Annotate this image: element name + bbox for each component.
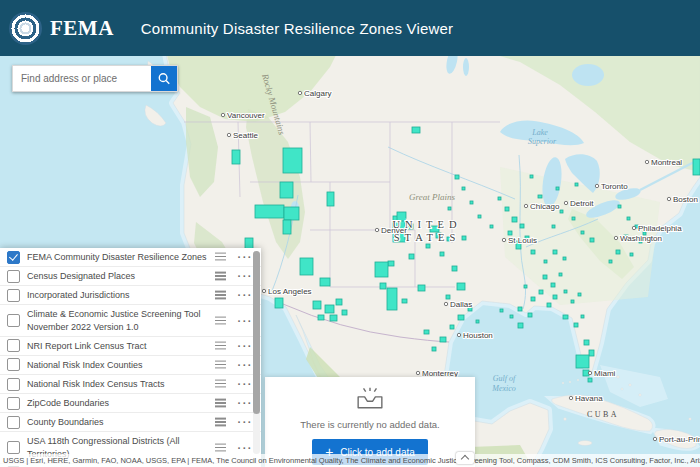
resilience-zone[interactable] [578, 293, 581, 296]
resilience-zone[interactable] [440, 337, 446, 342]
layer-options-button[interactable]: ··· [238, 317, 254, 325]
resilience-zone[interactable] [462, 236, 466, 240]
resilience-zone[interactable] [498, 197, 501, 200]
resilience-zone[interactable] [325, 305, 334, 313]
resilience-zone[interactable] [327, 192, 334, 206]
resilience-zone[interactable] [426, 244, 430, 248]
layer-options-button[interactable]: ··· [238, 272, 254, 280]
layer-checkbox[interactable] [7, 251, 20, 264]
resilience-zone[interactable] [539, 290, 543, 294]
resilience-zone[interactable] [380, 283, 386, 289]
layer-checkbox[interactable] [7, 416, 20, 429]
resilience-zone[interactable] [330, 315, 337, 321]
resilience-zone[interactable] [618, 205, 621, 208]
resilience-zone[interactable] [556, 187, 559, 190]
resilience-zone[interactable] [375, 262, 388, 277]
legend-icon[interactable] [215, 271, 227, 281]
resilience-zone[interactable] [402, 299, 407, 303]
resilience-zone[interactable] [581, 231, 584, 234]
layer-checkbox[interactable] [7, 289, 20, 302]
resilience-zone[interactable] [575, 183, 578, 186]
resilience-zone[interactable] [630, 253, 633, 256]
resilience-zone[interactable] [300, 258, 313, 275]
resilience-zone[interactable] [564, 290, 567, 293]
layer-checkbox[interactable] [7, 270, 20, 283]
resilience-zone[interactable] [553, 250, 557, 254]
layer-options-button[interactable]: ··· [238, 291, 254, 299]
resilience-zone[interactable] [553, 295, 557, 299]
legend-icon[interactable] [215, 360, 227, 370]
scrollbar-thumb[interactable] [253, 251, 260, 414]
resilience-zone[interactable] [528, 313, 532, 317]
resilience-zone[interactable] [588, 378, 592, 382]
resilience-zone[interactable] [320, 278, 330, 286]
resilience-zone[interactable] [418, 285, 425, 291]
resilience-zone[interactable] [524, 285, 527, 288]
resilience-zone[interactable] [458, 315, 464, 320]
resilience-zone[interactable] [551, 283, 555, 287]
attribution-collapse-button[interactable] [456, 452, 474, 464]
legend-icon[interactable] [215, 290, 227, 300]
resilience-zone[interactable] [560, 210, 563, 213]
layer-list-scrollbar[interactable] [253, 251, 260, 454]
resilience-zone[interactable] [571, 300, 574, 303]
resilience-zone[interactable] [584, 340, 589, 345]
resilience-zone[interactable] [508, 231, 512, 235]
layer-checkbox[interactable] [7, 441, 20, 454]
search-button[interactable] [151, 66, 177, 91]
resilience-zone[interactable] [518, 307, 522, 311]
resilience-zone[interactable] [462, 187, 465, 190]
resilience-zone[interactable] [543, 275, 547, 279]
resilience-zone[interactable] [544, 260, 547, 263]
resilience-zone[interactable] [446, 295, 450, 299]
layer-options-button[interactable]: ··· [238, 361, 254, 369]
resilience-zone[interactable] [572, 217, 575, 220]
resilience-zone[interactable] [412, 127, 420, 133]
resilience-zone[interactable] [455, 175, 459, 179]
resilience-zone[interactable] [563, 315, 568, 319]
resilience-zone[interactable] [476, 320, 479, 323]
legend-icon[interactable] [215, 316, 227, 326]
layer-options-button[interactable]: ··· [238, 399, 254, 407]
resilience-zone[interactable] [563, 257, 566, 260]
resilience-zone[interactable] [531, 250, 535, 254]
resilience-zone[interactable] [457, 283, 465, 290]
resilience-zone[interactable] [448, 207, 451, 210]
legend-icon[interactable] [215, 252, 227, 262]
resilience-zone[interactable] [530, 175, 533, 178]
resilience-zone[interactable] [387, 288, 397, 310]
resilience-zone[interactable] [470, 201, 473, 204]
resilience-zone[interactable] [559, 273, 562, 276]
resilience-zone[interactable] [538, 195, 542, 198]
resilience-zone[interactable] [531, 297, 535, 301]
legend-icon[interactable] [215, 443, 227, 453]
resilience-zone[interactable] [336, 299, 342, 305]
resilience-zone[interactable] [552, 225, 555, 228]
resilience-zone[interactable] [581, 315, 584, 318]
resilience-zone[interactable] [440, 252, 444, 256]
layer-checkbox[interactable] [7, 397, 20, 410]
resilience-zone[interactable] [432, 347, 436, 351]
resilience-zone[interactable] [616, 250, 620, 254]
resilience-zone[interactable] [518, 323, 523, 328]
layer-options-button[interactable]: ··· [238, 342, 254, 350]
legend-icon[interactable] [215, 417, 227, 427]
legend-icon[interactable] [215, 379, 227, 389]
resilience-zone[interactable] [409, 254, 414, 259]
resilience-zone[interactable] [520, 224, 524, 228]
resilience-zone[interactable] [283, 148, 302, 173]
resilience-zone[interactable] [693, 159, 700, 175]
layer-options-button[interactable]: ··· [238, 253, 254, 261]
resilience-zone[interactable] [574, 323, 578, 327]
resilience-zone[interactable] [589, 350, 594, 356]
resilience-zone[interactable] [318, 315, 324, 320]
resilience-zone[interactable] [232, 150, 240, 164]
layer-options-button[interactable]: ··· [238, 418, 254, 426]
resilience-zone[interactable] [512, 217, 517, 222]
layer-checkbox[interactable] [7, 358, 20, 371]
search-input[interactable] [13, 66, 151, 91]
resilience-zone[interactable] [627, 217, 630, 220]
resilience-zone[interactable] [283, 220, 291, 234]
resilience-zone[interactable] [424, 330, 429, 334]
resilience-zone[interactable] [450, 325, 454, 329]
